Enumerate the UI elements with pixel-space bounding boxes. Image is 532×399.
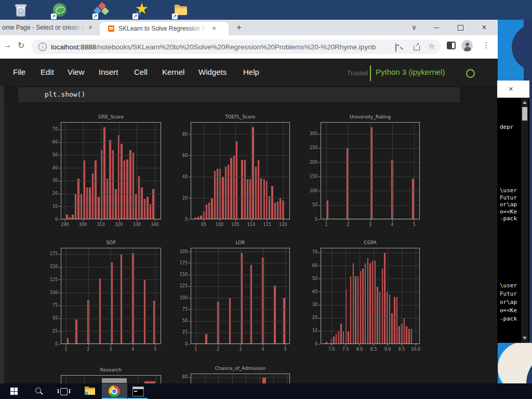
tab-strip: ome Page - Select or create a n × SKLear… [0,20,498,35]
url-text: localhost:8888/notebooks/SKLearn%20to%20… [51,43,394,51]
menu-item-file[interactable]: File [13,68,25,76]
console-close-icon[interactable]: × [509,84,513,93]
shortcut-arrow-icon: ↗ [172,14,178,19]
forward-icon[interactable]: → [3,41,11,50]
zoom-out-icon[interactable] [395,43,403,51]
shortcut-arrow-icon: ↗ [92,14,98,19]
console-line: or\ap [500,299,517,305]
tab-search-chevron-icon[interactable]: ∨ [409,23,419,32]
console-line: o=<Ke [500,307,517,314]
tab-close-icon[interactable]: × [210,24,218,33]
new-tab-button[interactable]: + [234,23,244,33]
menu-item-help[interactable]: Help [243,68,259,76]
desktop-icon-colored-diamonds-app[interactable]: ↗ [92,2,110,19]
console-titlebar: × [497,81,529,98]
desktop-icons: ↗↗↗↗ [0,2,218,19]
console-line: \user [500,187,517,194]
window-close-button[interactable]: × [480,23,489,32]
address-bar[interactable]: i localhost:8888/notebooks/SKLearn%20to%… [31,39,441,54]
taskbar-search-button[interactable] [30,383,46,399]
menu-item-cell[interactable]: Cell [134,68,148,76]
tab-notebook[interactable]: SKLearn to Solve Regression Prob × [100,22,229,35]
console-line: Futur [500,194,517,201]
output-area [4,104,497,383]
maximize-button[interactable] [456,23,465,32]
menu-item-view[interactable]: View [68,68,84,76]
menu-item-widgets[interactable]: Widgets [198,68,227,76]
console-line: o=<Ke [500,208,517,215]
taskbar-file-explorer-button[interactable] [81,383,99,399]
kernel-name: Python 3 (ipykernel) [376,68,445,76]
console-line: depr [500,124,514,130]
minimize-button[interactable] [432,23,441,32]
taskbar-chrome-button[interactable] [102,383,127,399]
kernel-status-icon [466,69,475,78]
scroll-down-icon[interactable] [523,337,527,340]
browser-toolbar: → ↻ i localhost:8888/notebooks/SKLearn%2… [0,35,498,59]
notebook-page: Trusted Python 3 (ipykernel) FileEditVie… [0,59,498,383]
jupyter-server-console-window: × depr\userFuturor\apo=<Ke-pack\userFutu… [497,81,529,343]
browser-menu-icon[interactable]: ⋮ [482,41,490,50]
profile-avatar[interactable] [461,40,473,51]
shortcut-arrow-icon: ↗ [132,14,138,19]
wallpaper-navy-blob [512,24,532,71]
scrollbar-thumb[interactable] [522,107,527,121]
desktop-icon-magic-wand-app[interactable]: ↗ [132,2,150,19]
menu-item-kernel[interactable]: Kernel [162,68,184,76]
cell-code: plt.show() [18,87,460,98]
console-line: Futur [500,290,517,297]
taskbar-start-button[interactable] [6,383,22,399]
tab-close-icon[interactable]: × [86,23,95,32]
render-artifact [102,378,127,383]
scroll-up-icon[interactable] [523,101,527,104]
bookmark-star-icon[interactable]: ☆ [428,42,436,50]
desktop-icon-anaconda-navigator[interactable]: ↗ [51,2,69,19]
tab-jupyter-home[interactable]: ome Page - Select or create a n × [0,20,99,35]
code-cell[interactable]: plt.show() [18,87,460,102]
taskbar-terminal-button[interactable] [128,383,148,399]
taskbar [0,383,532,399]
side-panel-icon[interactable] [447,42,456,49]
notebook-favicon-icon [108,25,114,32]
console-scrollbar[interactable] [521,98,528,343]
notebook-left-strip [0,86,4,383]
kernel-divider [370,65,371,81]
shortcut-arrow-icon: ↗ [51,14,57,19]
desktop-icon-recycle-bin[interactable] [12,2,30,19]
site-info-icon[interactable]: i [38,43,47,51]
console-line: -pack [500,215,517,222]
share-icon[interactable]: ↗ [412,43,420,51]
console-line: \user [500,282,517,289]
console-line: -pack [500,315,517,322]
notebook-menubar: Trusted Python 3 (ipykernel) FileEditVie… [0,59,498,86]
trusted-badge: Trusted [347,70,368,77]
taskbar-task-view-button[interactable] [55,383,72,399]
browser-window: ome Page - Select or create a n × SKLear… [0,20,498,383]
reload-icon[interactable]: ↻ [18,41,24,50]
menu-item-edit[interactable]: Edit [41,68,54,76]
menu-item-insert[interactable]: Insert [99,68,118,76]
console-line: or\ap [500,201,517,208]
desktop-icon-folder[interactable]: ↗ [172,2,190,19]
